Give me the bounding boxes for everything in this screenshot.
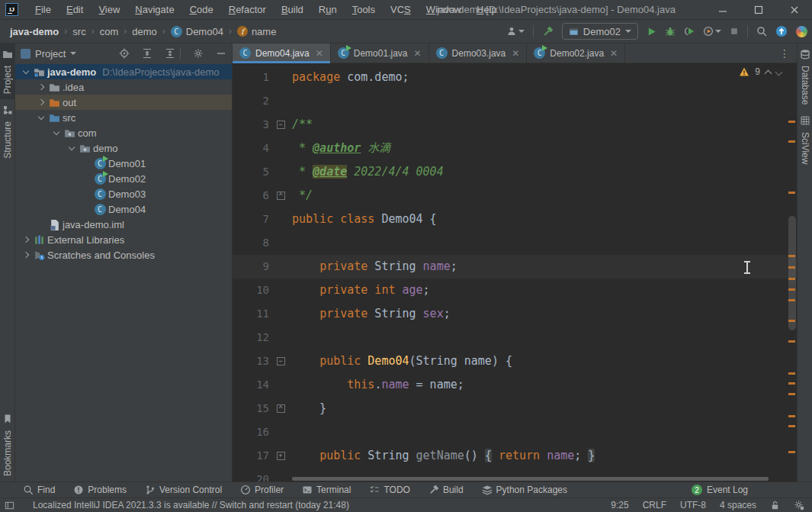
line-number[interactable]: 10: [233, 279, 269, 302]
line-number[interactable]: 20: [233, 468, 269, 481]
line-number[interactable]: 6: [233, 184, 269, 208]
tool-window-button-python-packages[interactable]: Python Packages: [482, 485, 567, 495]
chevron-down-icon[interactable]: [53, 128, 59, 134]
line-number[interactable]: 16: [233, 420, 269, 444]
tool-window-button-todo[interactable]: TODO: [369, 485, 409, 495]
code-line[interactable]: 12: [233, 326, 797, 349]
menu-tools[interactable]: Tools: [345, 2, 383, 18]
line-number[interactable]: 12: [233, 326, 269, 349]
chevron-right-icon[interactable]: [38, 99, 44, 105]
code-line[interactable]: 3−/**: [233, 113, 797, 137]
chevron-right-icon[interactable]: [23, 237, 29, 243]
error-stripe-tick[interactable]: [788, 266, 795, 269]
chevron-down-icon[interactable]: [70, 52, 76, 55]
status-message[interactable]: Localized IntelliJ IDEA 2021.3.3 is avai…: [33, 500, 349, 510]
caret-position[interactable]: 9:25: [611, 500, 628, 510]
inspections-widget[interactable]: 9: [739, 66, 782, 77]
code-line[interactable]: 15^ }: [233, 397, 797, 420]
settings-gear-icon[interactable]: [193, 48, 204, 59]
run-button[interactable]: [647, 27, 656, 37]
close-icon[interactable]: ✕: [316, 48, 323, 59]
error-stripe-tick[interactable]: [788, 415, 795, 417]
code-line[interactable]: 11 private String sex;: [233, 302, 797, 326]
line-separator[interactable]: CRLF: [643, 500, 666, 510]
editor-tab[interactable]: C Demo03.java ✕: [429, 43, 528, 63]
line-number[interactable]: 7: [233, 208, 269, 231]
tool-window-button-sciview[interactable]: SciView: [800, 110, 810, 169]
line-number[interactable]: 2: [233, 89, 269, 113]
event-log-button[interactable]: 2 Event Log: [692, 485, 748, 495]
breadcrumb-item[interactable]: demo: [132, 26, 157, 37]
chevron-down-icon[interactable]: [69, 143, 75, 150]
expand-all-icon[interactable]: [142, 48, 152, 59]
tree-row[interactable]: CDemo03: [15, 186, 232, 201]
code-line[interactable]: 2: [233, 89, 797, 113]
code-line[interactable]: 14 this.name = name;: [233, 373, 797, 397]
code-line[interactable]: 16: [233, 420, 797, 444]
tool-window-button-problems[interactable]: Problems: [73, 485, 127, 495]
horizontal-scrollbar[interactable]: [292, 477, 783, 481]
code-line[interactable]: 17+ public String getName() { return nam…: [233, 444, 797, 468]
project-panel-title[interactable]: Project: [35, 48, 66, 60]
tool-window-button-project[interactable]: Project: [0, 43, 15, 99]
collapse-all-icon[interactable]: [165, 48, 175, 59]
tool-window-button-bookmarks[interactable]: Bookmarks: [2, 408, 13, 481]
tree-row[interactable]: com: [15, 125, 232, 140]
search-everywhere-icon[interactable]: [756, 26, 767, 37]
tree-row[interactable]: CDemo02: [15, 171, 232, 186]
line-number[interactable]: 4: [233, 137, 269, 160]
menu-view[interactable]: View: [91, 2, 127, 18]
chevron-down-icon[interactable]: [23, 67, 29, 73]
close-icon[interactable]: ✕: [610, 48, 618, 59]
error-stripe-tick[interactable]: [788, 140, 795, 143]
profiler-button[interactable]: [703, 26, 721, 37]
breadcrumb-item[interactable]: CDemo04: [171, 26, 223, 37]
vertical-scrollbar[interactable]: [788, 216, 796, 330]
editor-tab[interactable]: C Demo01.java ✕: [331, 43, 429, 63]
code-line[interactable]: 13− public Demo04(String name) {: [233, 349, 797, 373]
tool-window-toggle-icon[interactable]: [5, 501, 14, 510]
maximize-button[interactable]: [740, 0, 776, 20]
line-number[interactable]: 13: [233, 349, 269, 373]
line-number[interactable]: 9: [233, 255, 269, 279]
editor-tab[interactable]: C Demo04.java ✕: [233, 43, 331, 63]
debug-button[interactable]: [665, 26, 676, 37]
error-stripe-tick[interactable]: [788, 393, 795, 395]
code-editor[interactable]: 1package com.demo;23−/**4 * @author 水滴5 …: [233, 63, 797, 481]
tree-row[interactable]: out: [15, 95, 232, 110]
error-stripe-tick[interactable]: [788, 451, 795, 453]
next-warning-icon[interactable]: [775, 68, 783, 76]
line-number[interactable]: 15: [233, 397, 269, 420]
tree-row[interactable]: External Libraries: [15, 232, 232, 247]
code-line[interactable]: 5 * @date 2022/4/4 0004: [233, 160, 797, 184]
tree-row[interactable]: .idea: [15, 79, 232, 95]
error-stripe-tick[interactable]: [788, 425, 795, 427]
fold-marker-icon[interactable]: −: [277, 121, 285, 129]
tree-row[interactable]: CDemo04: [15, 201, 232, 217]
build-project-icon[interactable]: [542, 26, 554, 37]
line-number[interactable]: 17: [233, 444, 269, 468]
line-number[interactable]: 3: [233, 113, 269, 137]
fold-marker-icon[interactable]: ^: [277, 404, 285, 413]
menu-refactor[interactable]: Refactor: [221, 2, 274, 18]
error-stripe-tick[interactable]: [788, 121, 795, 123]
line-number[interactable]: 1: [233, 66, 269, 89]
minimize-button[interactable]: [704, 0, 740, 20]
error-stripe-tick[interactable]: [788, 255, 795, 257]
error-stripe-tick[interactable]: [788, 278, 795, 280]
tool-window-button-profiler[interactable]: Profiler: [240, 485, 284, 495]
code-line[interactable]: 4 * @author 水滴: [233, 137, 797, 160]
fold-marker-icon[interactable]: −: [277, 357, 285, 365]
fold-marker-icon[interactable]: ^: [277, 192, 285, 200]
line-number[interactable]: 14: [233, 373, 269, 397]
tool-window-button-build[interactable]: Build: [428, 485, 464, 495]
fold-marker-icon[interactable]: +: [277, 452, 285, 460]
prev-warning-icon[interactable]: [765, 69, 772, 77]
user-account-icon[interactable]: [506, 26, 525, 37]
ide-settings-gear-icon[interactable]: [794, 500, 804, 510]
code-line[interactable]: 1package com.demo;: [233, 66, 797, 89]
menu-build[interactable]: Build: [274, 2, 311, 18]
stop-button[interactable]: [730, 27, 739, 36]
ide-update-icon[interactable]: [775, 25, 788, 37]
tool-window-button-version-control[interactable]: Version Control: [145, 485, 222, 495]
